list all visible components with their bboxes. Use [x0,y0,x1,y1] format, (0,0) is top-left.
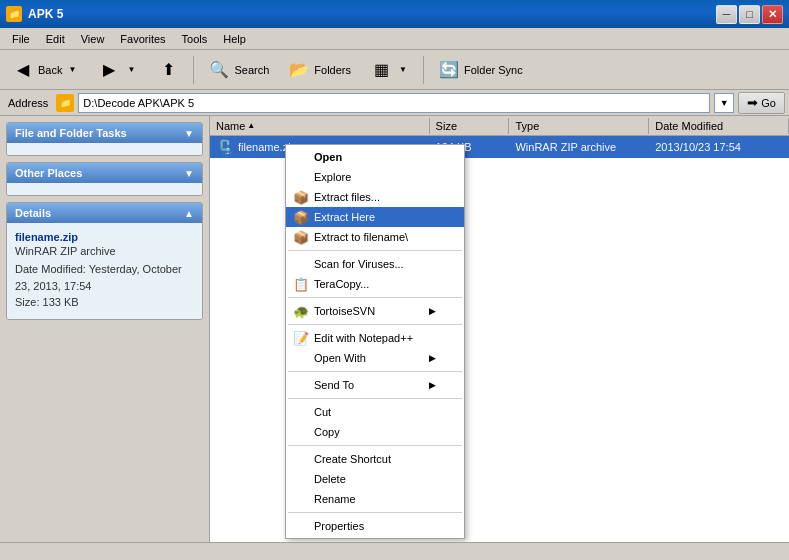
ctx-cut[interactable]: Cut [286,402,464,422]
window-title: APK 5 [28,7,716,21]
toolbar-separator-1 [193,56,194,84]
ctx-teracopy[interactable]: 📋 TeraCopy... [286,274,464,294]
folder-sync-label: Folder Sync [464,64,523,76]
details-section: Details ▲ filename.zip WinRAR ZIP archiv… [6,202,203,320]
column-size[interactable]: Size [430,118,510,134]
ctx-rename[interactable]: Rename [286,489,464,509]
details-filename: filename.zip [15,231,194,243]
minimize-button[interactable]: ─ [716,5,737,24]
forward-dropdown-icon[interactable]: ▼ [124,63,138,77]
address-bar: Address 📁 D:\Decode APK\APK 5 ▼ ➡ Go [0,90,789,116]
up-icon: ⬆ [156,58,180,82]
ctx-tortoisesvn[interactable]: 🐢 TortoiseSVN ▶ [286,301,464,321]
forward-icon: ▶ [97,58,121,82]
ctx-send-to-arrow: ▶ [429,380,436,390]
ctx-sep-2 [288,297,462,298]
menu-view[interactable]: View [73,31,113,47]
address-dropdown[interactable]: ▼ [714,93,734,113]
ctx-teracopy-icon: 📋 [292,275,310,293]
details-header[interactable]: Details ▲ [7,203,202,223]
file-list[interactable]: Name ▲ Size Type Date Modified 🗜️ filena… [210,116,789,542]
ctx-create-shortcut[interactable]: Create Shortcut [286,449,464,469]
up-button[interactable]: ⬆ [149,54,187,86]
folders-icon: 📂 [287,58,311,82]
menu-edit[interactable]: Edit [38,31,73,47]
ctx-edit-notepad-icon: 📝 [292,329,310,347]
back-button[interactable]: ◀ Back ▼ [4,54,86,86]
menu-bar: File Edit View Favorites Tools Help [0,28,789,50]
other-places-body [7,183,202,195]
ctx-open[interactable]: Open [286,147,464,167]
folder-sync-button[interactable]: 🔄 Folder Sync [430,54,530,86]
ctx-open-with[interactable]: Open With ▶ [286,348,464,368]
file-folder-tasks-body [7,143,202,155]
ctx-copy[interactable]: Copy [286,422,464,442]
title-bar: 📁 APK 5 ─ □ ✕ [0,0,789,28]
folders-button[interactable]: 📂 Folders [280,54,358,86]
forward-button[interactable]: ▶ ▼ [90,54,145,86]
ctx-extract-here[interactable]: 📦 Extract Here [286,207,464,227]
folders-label: Folders [314,64,351,76]
toolbar-separator-2 [423,56,424,84]
ctx-sep-4 [288,371,462,372]
window-controls: ─ □ ✕ [716,5,783,24]
ctx-extract-files[interactable]: 📦 Extract files... [286,187,464,207]
back-dropdown-icon[interactable]: ▼ [65,63,79,77]
file-date-cell: 2013/10/23 17:54 [649,139,789,155]
file-type-cell: WinRAR ZIP archive [509,139,649,155]
ctx-delete[interactable]: Delete [286,469,464,489]
other-places-section: Other Places ▼ [6,162,203,196]
menu-favorites[interactable]: Favorites [112,31,173,47]
ctx-open-with-arrow: ▶ [429,353,436,363]
file-folder-tasks-chevron: ▼ [184,128,194,139]
search-button[interactable]: 🔍 Search [200,54,276,86]
go-label: Go [761,97,776,109]
views-button[interactable]: ▦ ▼ [362,54,417,86]
file-folder-tasks-header[interactable]: File and Folder Tasks ▼ [7,123,202,143]
menu-help[interactable]: Help [215,31,254,47]
toolbar: ◀ Back ▼ ▶ ▼ ⬆ 🔍 Search 📂 Folders ▦ ▼ 🔄 … [0,50,789,90]
ctx-sep-6 [288,445,462,446]
ctx-properties[interactable]: Properties [286,516,464,536]
go-button[interactable]: ➡ Go [738,92,785,114]
ctx-scan-viruses[interactable]: Scan for Viruses... [286,254,464,274]
other-places-header[interactable]: Other Places ▼ [7,163,202,183]
ctx-send-to[interactable]: Send To ▶ [286,375,464,395]
ctx-edit-notepad[interactable]: 📝 Edit with Notepad++ [286,328,464,348]
menu-tools[interactable]: Tools [174,31,216,47]
address-field[interactable]: D:\Decode APK\APK 5 [78,93,710,113]
ctx-extract-to-icon: 📦 [292,228,310,246]
maximize-button[interactable]: □ [739,5,760,24]
address-folder-icon: 📁 [56,94,74,112]
ctx-extract-to[interactable]: 📦 Extract to filename\ [286,227,464,247]
column-type[interactable]: Type [509,118,649,134]
other-places-chevron: ▼ [184,168,194,179]
context-menu: Open Explore 📦 Extract files... 📦 Extrac… [285,144,465,539]
views-icon: ▦ [369,58,393,82]
column-name[interactable]: Name ▲ [210,118,430,134]
main-content: File and Folder Tasks ▼ Other Places ▼ D… [0,116,789,542]
search-icon: 🔍 [207,58,231,82]
file-list-header: Name ▲ Size Type Date Modified [210,116,789,136]
ctx-tortoisesvn-arrow: ▶ [429,306,436,316]
close-button[interactable]: ✕ [762,5,783,24]
ctx-tortoisesvn-icon: 🐢 [292,302,310,320]
details-type: WinRAR ZIP archive [15,245,194,257]
left-panel: File and Folder Tasks ▼ Other Places ▼ D… [0,116,210,542]
ctx-sep-1 [288,250,462,251]
details-date-modified: Date Modified: Yesterday, October 23, 20… [15,261,194,294]
back-icon: ◀ [11,58,35,82]
folder-sync-icon: 🔄 [437,58,461,82]
app-icon: 📁 [6,6,22,22]
column-date-modified[interactable]: Date Modified [649,118,789,134]
file-folder-tasks-label: File and Folder Tasks [15,127,127,139]
details-chevron: ▲ [184,208,194,219]
ctx-explore[interactable]: Explore [286,167,464,187]
details-label: Details [15,207,51,219]
ctx-sep-3 [288,324,462,325]
file-folder-tasks-section: File and Folder Tasks ▼ [6,122,203,156]
views-dropdown-icon[interactable]: ▼ [396,63,410,77]
back-label: Back [38,64,62,76]
menu-file[interactable]: File [4,31,38,47]
ctx-extract-here-icon: 📦 [292,208,310,226]
